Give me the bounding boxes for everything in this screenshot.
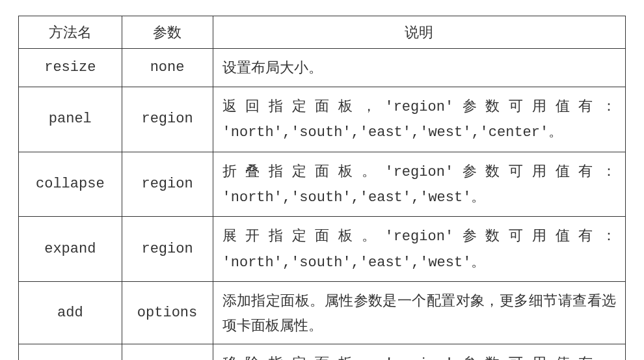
desc-cell: 设置布局大小。 <box>213 49 625 87</box>
header-method: 方法名 <box>19 16 122 49</box>
param-cell: region <box>122 152 213 217</box>
method-cell: remove <box>19 344 122 360</box>
method-cell: add <box>19 282 122 344</box>
table-row: panelregion返回指定面板，'region'参数可用值有：'north'… <box>19 87 626 152</box>
desc-cell: 展开指定面板。'region'参数可用值有：'north','south','e… <box>213 217 625 282</box>
method-cell: panel <box>19 87 122 152</box>
param-cell: options <box>122 282 213 344</box>
method-cell: expand <box>19 217 122 282</box>
table-header-row: 方法名 参数 说明 <box>19 16 626 49</box>
param-cell: region <box>122 344 213 360</box>
method-cell: collapse <box>19 152 122 217</box>
table-row: resizenone设置布局大小。 <box>19 49 626 87</box>
desc-cell: 添加指定面板。属性参数是一个配置对象，更多细节请查看选项卡面板属性。 <box>213 282 625 344</box>
method-cell: resize <box>19 49 122 87</box>
param-cell: region <box>122 87 213 152</box>
header-desc: 说明 <box>213 16 625 49</box>
desc-cell: 折叠指定面板。'region'参数可用值有：'north','south','e… <box>213 152 625 217</box>
table-row: collapseregion折叠指定面板。'region'参数可用值有：'nor… <box>19 152 626 217</box>
header-param: 参数 <box>122 16 213 49</box>
table-row: removeregion移除指定面板。'region'参数可用值有：'north… <box>19 344 626 360</box>
table-row: addoptions添加指定面板。属性参数是一个配置对象，更多细节请查看选项卡面… <box>19 282 626 344</box>
table-row: expandregion展开指定面板。'region'参数可用值有：'north… <box>19 217 626 282</box>
param-cell: none <box>122 49 213 87</box>
desc-cell: 移除指定面板。'region'参数可用值有：'north','south','e… <box>213 344 625 360</box>
methods-table: 方法名 参数 说明 resizenone设置布局大小。panelregion返回… <box>18 16 626 360</box>
param-cell: region <box>122 217 213 282</box>
desc-cell: 返回指定面板，'region'参数可用值有：'north','south','e… <box>213 87 625 152</box>
